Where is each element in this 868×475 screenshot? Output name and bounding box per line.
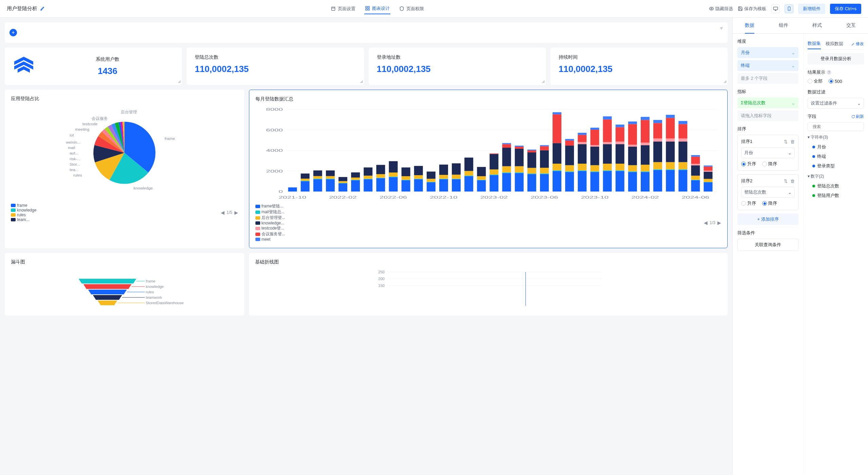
field-item[interactable]: 登陆用户数 xyxy=(808,191,864,200)
svg-rect-64 xyxy=(389,161,398,172)
bar-prev-icon[interactable]: ◀ xyxy=(704,220,708,225)
chevron-down-icon: ⌄ xyxy=(788,150,792,156)
field-item[interactable]: 登陆总次数 xyxy=(808,181,864,191)
svg-rect-50 xyxy=(351,180,360,180)
legend-item[interactable]: frame登陆... xyxy=(255,203,285,209)
sort-adjust-icon[interactable]: ⇅ xyxy=(784,139,788,144)
field-search[interactable] xyxy=(808,122,864,131)
stat-addrs[interactable]: 登录地址数 110,0002,135 ◢ xyxy=(369,48,546,85)
string-group-head[interactable]: ▾ 字符串(3) xyxy=(808,134,864,140)
metric-login-count[interactable]: Σ登陆总次数⌄ xyxy=(737,97,798,108)
mobile-view-icon[interactable] xyxy=(785,4,793,13)
sort1-asc-radio[interactable]: 升序 xyxy=(741,161,756,167)
save-template-button[interactable]: 保存为模板 xyxy=(738,6,766,12)
svg-text:knowledge: knowledge xyxy=(134,186,153,190)
metric-hint[interactable]: 请拖入指标字段 xyxy=(737,110,798,121)
bar-chart-card[interactable]: 每月登陆数据汇总 020004000600080002021-102022-02… xyxy=(249,90,728,248)
field-item[interactable]: 终端 xyxy=(808,152,864,161)
field-item[interactable]: 月份 xyxy=(808,142,864,152)
panel-tab-widget[interactable]: 组件 xyxy=(767,18,801,33)
save-button[interactable]: 保存 Ctrl+s xyxy=(830,4,861,14)
resize-handle-icon[interactable]: ◢ xyxy=(178,79,180,84)
refresh-link[interactable]: 刷新 xyxy=(851,114,864,120)
result-all-radio[interactable]: 全部 xyxy=(808,78,823,84)
data-filter-select[interactable]: 设置过滤条件⌄ xyxy=(808,98,864,109)
svg-rect-88 xyxy=(464,158,473,171)
legend-item[interactable]: rules xyxy=(11,213,36,217)
legend-item[interactable]: 后台管理登... xyxy=(255,215,285,221)
tab-page-settings[interactable]: 页面设置 xyxy=(330,3,356,14)
svg-rect-79 xyxy=(439,175,448,179)
line-chart-card[interactable]: 基础折线图 150200250 xyxy=(249,253,728,315)
dim-month[interactable]: 月份⌄ xyxy=(737,47,798,58)
pie-chart-card[interactable]: 应用登陆占比 后台管理会议服务testcodemeetingiotweixin.… xyxy=(5,90,244,248)
svg-rect-6 xyxy=(773,7,778,10)
resize-handle-icon[interactable]: ◢ xyxy=(360,79,363,84)
panel-tab-data[interactable]: 数据 xyxy=(733,18,767,33)
delete-icon[interactable]: 🗑 xyxy=(790,179,795,184)
filter-bar-card[interactable]: + xyxy=(5,22,728,43)
sort-adjust-icon[interactable]: ⇅ xyxy=(784,179,788,184)
svg-rect-114 xyxy=(527,150,536,152)
stat-duration[interactable]: 持续时间 110,0002,135 ◢ xyxy=(551,48,728,85)
legend-item[interactable]: mail登陆总... xyxy=(255,209,285,215)
line-body: 150200250 xyxy=(255,269,721,309)
svg-text:2022-06: 2022-06 xyxy=(379,195,407,199)
pie-prev-icon[interactable]: ◀ xyxy=(221,210,225,215)
svg-text:后台管理: 后台管理 xyxy=(121,110,137,114)
panel-tab-interact[interactable]: 交互 xyxy=(834,18,868,33)
svg-rect-168 xyxy=(628,122,637,124)
subtab-mock[interactable]: 模拟数据 xyxy=(826,39,843,49)
sort1-field-select[interactable]: 月份⌄ xyxy=(741,147,795,158)
edit-link[interactable]: 修改 xyxy=(851,41,864,47)
result-500-radio[interactable]: 500 xyxy=(829,78,842,84)
legend-item[interactable]: meet xyxy=(255,237,285,242)
funnel-chart-card[interactable]: 漏斗图 frameknowledgerulesteamworkStoredDat… xyxy=(5,253,244,315)
svg-rect-111 xyxy=(527,173,536,174)
svg-rect-101 xyxy=(502,148,511,166)
resize-handle-icon[interactable]: ◢ xyxy=(724,79,726,84)
sort2-field-select[interactable]: 登陆总次数⌄ xyxy=(741,187,795,198)
hide-filter-button[interactable]: 隐藏筛选 xyxy=(709,6,733,12)
tab-page-perm[interactable]: 页面权限 xyxy=(399,3,425,14)
dataset-button[interactable]: 登录月数据分析 xyxy=(808,53,864,65)
resize-handle-icon[interactable]: ◢ xyxy=(542,79,544,84)
edit-title-icon[interactable] xyxy=(40,5,45,12)
svg-rect-94 xyxy=(489,175,498,175)
sort2-desc-radio[interactable]: 降序 xyxy=(762,200,777,206)
pin-icon[interactable] xyxy=(718,26,724,32)
info-icon[interactable]: ? xyxy=(827,70,831,75)
add-widget-button[interactable]: 新增组件 xyxy=(798,4,825,14)
svg-rect-200 xyxy=(691,165,700,176)
sort2-asc-radio[interactable]: 升序 xyxy=(741,200,756,206)
svg-rect-165 xyxy=(628,147,637,165)
add-sort-button[interactable]: + 添加排序 xyxy=(737,214,798,225)
svg-rect-96 xyxy=(489,154,498,169)
dot-icon xyxy=(812,165,815,167)
related-query-button[interactable]: 关联查询条件 xyxy=(737,239,798,251)
svg-rect-210 xyxy=(703,165,712,166)
legend-item[interactable]: frame xyxy=(11,203,36,208)
desktop-view-icon[interactable] xyxy=(771,4,780,13)
dim-hint[interactable]: 最多 2 个字段 xyxy=(737,73,798,84)
subtab-dataset[interactable]: 数据集 xyxy=(808,38,821,49)
pie-next-icon[interactable]: ▶ xyxy=(234,210,238,215)
legend-item[interactable]: knowledge xyxy=(11,208,36,213)
field-search-input[interactable] xyxy=(813,124,864,129)
tab-chart-design[interactable]: 图表设计 xyxy=(364,3,390,14)
delete-icon[interactable]: 🗑 xyxy=(790,139,795,144)
legend-item[interactable]: knowledge... xyxy=(255,221,285,225)
sort1-desc-radio[interactable]: 降序 xyxy=(762,161,777,167)
legend-item[interactable]: team... xyxy=(11,217,36,222)
legend-item[interactable]: 会议服务登... xyxy=(255,231,285,237)
dim-terminal[interactable]: 终端⌄ xyxy=(737,60,798,71)
bar-next-icon[interactable]: ▶ xyxy=(717,220,721,225)
panel-tab-style[interactable]: 样式 xyxy=(801,18,834,33)
number-group-head[interactable]: ▾ 数字(2) xyxy=(808,173,864,179)
stat-logins[interactable]: 登陆总次数 110,0002,135 ◢ xyxy=(187,48,364,85)
field-item[interactable]: 登录类型 xyxy=(808,161,864,171)
legend-item[interactable]: testcode登... xyxy=(255,225,285,231)
add-filter-icon[interactable]: + xyxy=(9,29,17,36)
svg-rect-66 xyxy=(401,180,410,180)
stat-users[interactable]: 系统用户数 1436 ◢ xyxy=(5,48,182,85)
